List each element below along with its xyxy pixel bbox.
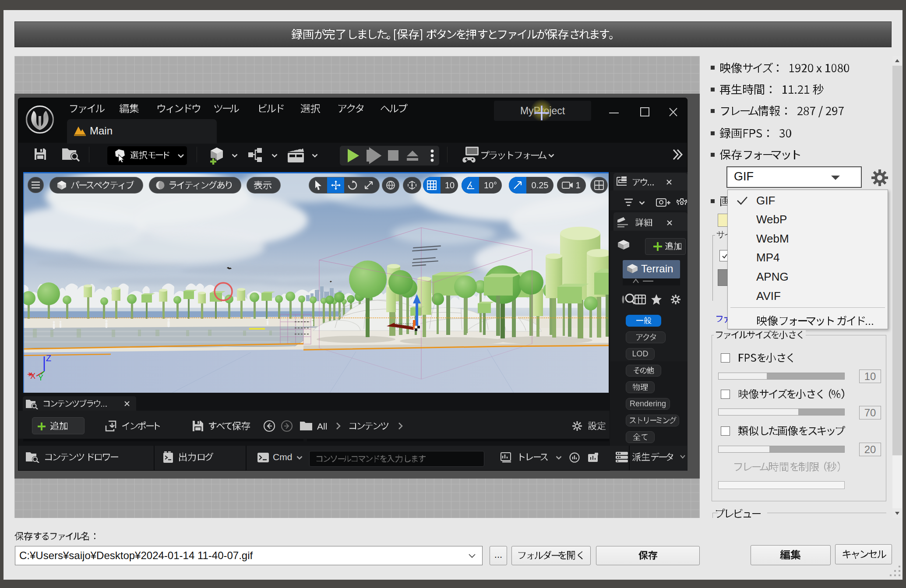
svg-text:Y: Y bbox=[38, 373, 43, 382]
svg-text:Z: Z bbox=[46, 353, 51, 363]
